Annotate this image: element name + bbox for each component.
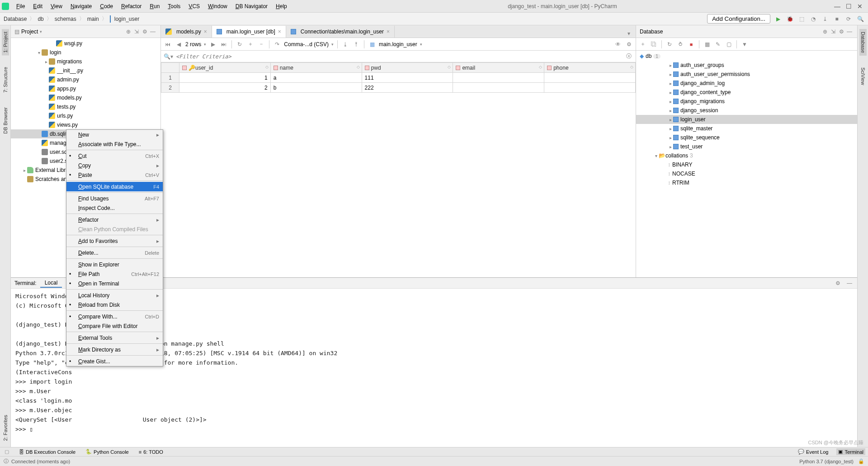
db-table-auth_user_groups[interactable]: ▸auth_user_groups [636,61,857,70]
ctx-associate-with-file-type-[interactable]: Associate with File Type... [66,139,163,149]
profile-icon[interactable]: ◔ [809,15,817,23]
db-source[interactable]: ◆db 1 [636,52,857,61]
ctx-mark-directory-as[interactable]: Mark Directory as▸ [66,345,163,354]
db-table-test_user[interactable]: ▸test_user [636,142,857,151]
menu-tools[interactable]: Tools [164,2,184,10]
db-table-auth_user_user_permissions[interactable]: ▸auth_user_user_permissions [636,70,857,79]
close-tab-icon[interactable]: × [278,29,281,35]
open-ddl-icon[interactable]: ▢ [725,40,733,48]
breadcrumb-main[interactable]: main [87,16,99,22]
last-page-icon[interactable]: ⏭ [220,40,228,48]
gear-icon[interactable]: ⚙ [141,28,149,36]
filter-input[interactable] [176,53,622,60]
db-table-django_session[interactable]: ▸django_session [636,106,857,115]
menu-edit[interactable]: Edit [29,2,46,10]
editor-tab-main-login_user-db-[interactable]: main.login_user [db]× [212,26,286,38]
db-table-django_content_type[interactable]: ▸django_content_type [636,88,857,97]
terminal-tab-local[interactable]: Local [40,279,62,288]
close-tab-icon[interactable]: × [204,29,207,35]
tree-item-wsgi-py[interactable]: wsgi.py [11,39,160,48]
tabs-dropdown-icon[interactable]: ▾ [625,29,633,38]
collapse-db-icon[interactable]: ⇲ [829,28,837,36]
col-email[interactable]: email◇ [453,63,544,73]
right-tab-sciview[interactable]: SciView [859,65,867,88]
jump-to-console-icon[interactable]: ▦ [703,40,711,48]
project-panel-title[interactable]: ▤ Project ▾ [14,29,42,35]
table-row[interactable]: 11a111 [161,73,636,83]
db-hide-icon[interactable]: — [845,28,854,36]
ctx-file-path[interactable]: •File PathCtrl+Alt+F12 [66,269,163,279]
attach-icon[interactable]: ⤓ [821,15,829,23]
add-row-icon[interactable]: ＋ [246,40,255,48]
maximize-button[interactable]: ☐ [846,3,852,10]
filter-db-icon[interactable]: ▼ [741,40,749,48]
bottom-tab-6-todo[interactable]: ≡6: TODO [137,448,165,455]
format-selector[interactable]: Comma-...d (CSV) [284,41,329,48]
collation-rtrim[interactable]: ↕RTRIM [636,178,857,187]
tree-item-login[interactable]: ▾login [11,48,160,57]
left-tab-dbbrowser[interactable]: DB Browser [2,105,9,137]
stop-icon[interactable]: ■ [833,15,841,23]
collation-nocase[interactable]: ↕NOCASE [636,169,857,178]
db-table-sqlite_sequence[interactable]: ▸sqlite_sequence [636,133,857,142]
left-tab-favorites[interactable]: 2: Favorites [2,412,9,443]
ctx-find-usages[interactable]: Find UsagesAlt+F7 [66,194,163,203]
close-tab-icon[interactable]: × [387,29,390,35]
context-menu[interactable]: New▸Associate with File Type...•CutCtrl+… [66,129,163,366]
ctx-copy[interactable]: Copy▸ [66,161,163,170]
ctx-compare-file-with-editor[interactable]: Compare File with Editor [66,321,163,331]
ctx-new[interactable]: New▸ [66,130,163,139]
ctx-delete-[interactable]: Delete...Delete [66,248,163,257]
ctx-open-in-terminal[interactable]: •Open in Terminal [66,279,163,288]
format-dropdown-icon[interactable]: ▾ [331,42,334,47]
debug-icon[interactable]: 🐞 [786,15,794,23]
bottom-tab-python-console[interactable]: 🐍Python Console [84,448,131,455]
tree-item-admin-py[interactable]: admin.py [11,75,160,84]
add-datasource-icon[interactable]: ＋ [639,40,647,48]
ctx-open-sqlite-database[interactable]: Open SQLite databaseF4 [66,182,163,191]
menu-vcs[interactable]: VCS [185,2,203,10]
terminal-hide-icon[interactable]: — [845,279,854,287]
close-button[interactable]: ✕ [857,3,863,10]
first-page-icon[interactable]: ⏮ [164,40,172,48]
menu-run[interactable]: Run [146,2,163,10]
tree-item-models-py[interactable]: models.py [11,93,160,102]
left-tab-structure[interactable]: 7: Structure [2,64,9,95]
view-icon[interactable]: 👁 [614,40,622,48]
db-table-django_admin_log[interactable]: ▸django_admin_log [636,79,857,88]
db-table-django_migrations[interactable]: ▸django_migrations [636,97,857,106]
col-phone[interactable]: phone◇ [544,63,636,73]
menu-file[interactable]: File [13,2,28,10]
coverage-icon[interactable]: ⬚ [797,15,806,23]
collation-binary[interactable]: ↕BINARY [636,160,857,169]
ctx-inspect-code-[interactable]: Inspect Code... [66,203,163,213]
ctx-paste[interactable]: •PasteCtrl+V [66,170,163,180]
terminal-gear-icon[interactable]: ⚙ [834,279,842,287]
duplicate-datasource-icon[interactable]: ⿻ [650,40,658,48]
db-table-sqlite_master[interactable]: ▸sqlite_master [636,124,857,133]
tx-icon[interactable]: ↷ [273,40,281,48]
editor-tab-models-py[interactable]: models.py× [161,26,212,38]
table-dropdown-icon[interactable]: ▾ [420,42,422,47]
search-icon[interactable]: 🔍 [856,15,864,23]
export-icon[interactable]: ⭳ [341,40,349,48]
menu-db-navigator[interactable]: DB Navigator [232,2,271,10]
import-icon[interactable]: ⭱ [352,40,360,48]
update-icon[interactable]: ⟳ [844,15,853,23]
status-right[interactable]: Python 3.7 (django_test) [799,459,854,464]
table-link-icon[interactable]: ▦ [368,40,376,48]
col-name[interactable]: name◇ [270,63,362,73]
col-user_id[interactable]: 🔑user_id◇ [179,63,271,73]
ctx-add-to-favorites[interactable]: Add to Favorites▸ [66,236,163,246]
tree-item-apps-py[interactable]: apps.py [11,84,160,93]
prev-page-icon[interactable]: ◀ [175,40,183,48]
db-table-login_user[interactable]: ▸login_user [636,115,857,124]
bottom-tab-terminal[interactable]: ▣Terminal [836,448,865,455]
status-lock-icon[interactable]: 🔒 [858,458,864,464]
tree-item-tests-py[interactable]: tests.py [11,102,160,111]
tree-item-views-py[interactable]: views.py [11,120,160,129]
reload-icon[interactable]: ↻ [236,40,244,48]
bottom-show-icon[interactable]: ▢ [3,448,11,456]
stop-db-icon[interactable]: ■ [687,40,695,48]
bottom-tab-db-execution-console[interactable]: 🗄DB Execution Console [17,448,77,455]
